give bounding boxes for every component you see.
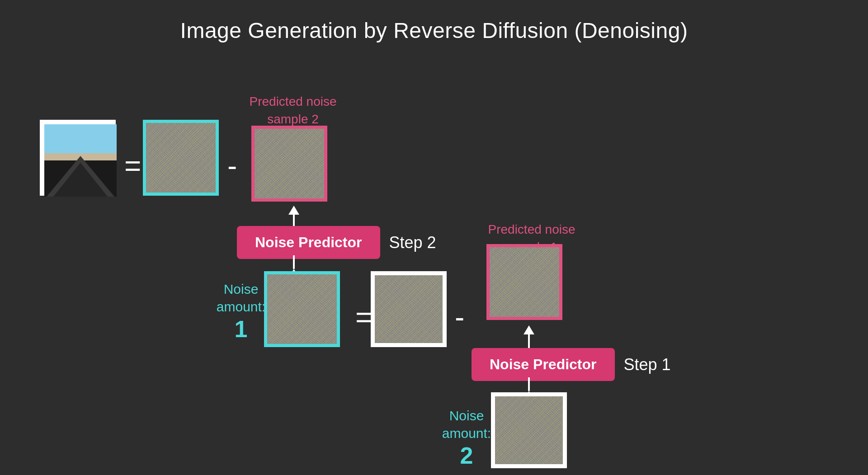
noisy-image-step1-result [371,271,447,347]
noise-texture-2 [267,274,337,344]
step2-label: Step 2 [389,233,436,252]
equals-operator-1: = [124,149,141,183]
noisy-image-step2-result [143,120,219,196]
arrow-line-3 [528,334,530,348]
main-title: Image Generation by Reverse Diffusion (D… [0,0,868,43]
noise-texture-4 [495,396,563,464]
arrow-line-2a [293,255,295,269]
noise-texture-pred2 [255,129,324,198]
step1-label: Step 1 [624,355,671,374]
predicted-noise-2-image [251,126,327,202]
arrow-pred1-up [524,325,534,348]
predicted-noise-1-image [486,244,562,320]
noisy-image-step2-input [264,271,340,347]
noise-amount-2-label: Noiseamount: [439,407,494,442]
noise-amount-1-label: Noiseamount: [216,280,266,315]
equals-operator-2: = [355,301,372,334]
noise-predictor-step1-button[interactable]: Noise Predictor [472,348,615,381]
noise-amount-1-value: 1 [216,315,266,343]
pyramid-visual [44,124,117,197]
arrow-head-3 [524,325,534,334]
noise-predictor-step1-container: Noise Predictor Step 1 [472,348,671,381]
noise-texture-1 [146,123,216,193]
noise-texture-3 [375,275,443,343]
noise-amount-2-value: 2 [439,442,494,469]
noise-texture-pred1 [490,247,559,317]
arrow-head-1 [288,206,299,215]
minus-operator-2: - [455,301,464,334]
diagram: = - Predicted noisesample 2 Noise Predic… [0,50,868,475]
arrow-line-4a [528,377,530,391]
arrow-pred2-up [288,206,299,228]
pyramid-image [40,120,116,196]
noise-amount-1-container: Noiseamount: 1 [216,280,266,343]
noisy-image-step1-input [491,392,567,468]
noise-predictor-step2-button[interactable]: Noise Predictor [237,226,380,259]
noise-amount-2-container: Noiseamount: 2 [439,407,494,469]
predicted-noise-2-label: Predicted noisesample 2 [248,93,338,128]
noise-predictor-step2-container: Noise Predictor Step 2 [237,226,436,259]
minus-operator-1: - [227,149,237,183]
